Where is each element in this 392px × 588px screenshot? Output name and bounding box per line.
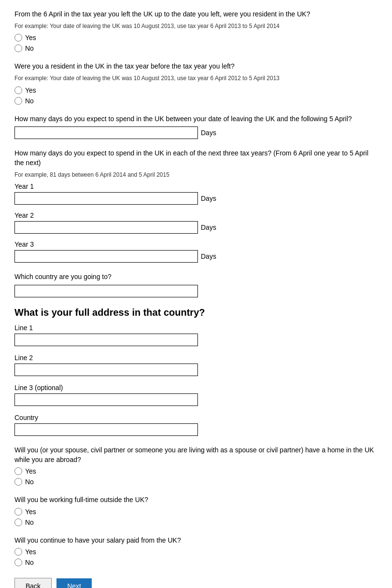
- year2-days-label: Days: [201, 224, 216, 231]
- full-address-heading: What is your full address in that countr…: [14, 307, 378, 318]
- question7-text: Will you be working full-time outside th…: [14, 495, 378, 505]
- year1-label: Year 1: [14, 182, 378, 190]
- line3-input[interactable]: [14, 393, 198, 406]
- year1-days-label: Days: [201, 195, 216, 202]
- question4-section: How many days do you expect to spend in …: [14, 149, 378, 263]
- question5-text: Which country are you going to?: [14, 272, 378, 282]
- question7-no-text: No: [25, 518, 34, 526]
- year3-days-input[interactable]: [14, 250, 198, 263]
- question1-radio-group: Yes No: [14, 34, 378, 52]
- year3-label: Year 3: [14, 240, 378, 248]
- address-line3-group: Line 3 (optional): [14, 384, 378, 406]
- button-row: Back Next: [14, 578, 378, 588]
- year1-input-row: Days: [14, 192, 378, 205]
- question1-section: From the 6 April in the tax year you lef…: [14, 10, 378, 52]
- question6-text: Will you (or your spouse, civil partner …: [14, 446, 378, 464]
- question1-yes-radio[interactable]: [14, 34, 22, 42]
- question2-yes-text: Yes: [25, 86, 36, 94]
- question6-section: Will you (or your spouse, civil partner …: [14, 446, 378, 486]
- question2-yes-radio[interactable]: [14, 86, 22, 94]
- line1-label: Line 1: [14, 324, 378, 332]
- question8-text: Will you continue to have your salary pa…: [14, 536, 378, 546]
- question1-no-text: No: [25, 44, 34, 52]
- question8-no-label[interactable]: No: [14, 559, 378, 566]
- full-address-section: What is your full address in that countr…: [14, 307, 378, 436]
- question1-yes-label[interactable]: Yes: [14, 34, 378, 42]
- question6-yes-radio[interactable]: [14, 467, 22, 475]
- question4-text: How many days do you expect to spend in …: [14, 149, 378, 168]
- question2-text: Were you a resident in the UK in the tax…: [14, 62, 378, 71]
- question1-yes-text: Yes: [25, 34, 36, 42]
- question7-yes-radio[interactable]: [14, 508, 22, 516]
- question1-no-label[interactable]: No: [14, 44, 378, 52]
- back-button[interactable]: Back: [14, 578, 52, 588]
- question2-radio-group: Yes No: [14, 86, 378, 105]
- question3-days-input[interactable]: [14, 126, 198, 139]
- question3-text: How many days do you expect to spend in …: [14, 114, 378, 124]
- question8-radio-group: Yes No: [14, 548, 378, 566]
- line2-label: Line 2: [14, 354, 378, 362]
- question8-no-radio[interactable]: [14, 559, 22, 566]
- question1-example: For example: Your date of leaving the UK…: [14, 22, 378, 30]
- question6-yes-label[interactable]: Yes: [14, 467, 378, 475]
- question8-yes-text: Yes: [25, 548, 36, 556]
- question2-no-radio[interactable]: [14, 97, 22, 105]
- country-going-input[interactable]: [14, 285, 198, 297]
- question6-no-radio[interactable]: [14, 478, 22, 486]
- question7-yes-label[interactable]: Yes: [14, 508, 378, 516]
- question7-radio-group: Yes No: [14, 508, 378, 526]
- country-input[interactable]: [14, 423, 198, 436]
- question2-section: Were you a resident in the UK in the tax…: [14, 62, 378, 104]
- question6-radio-group: Yes No: [14, 467, 378, 486]
- question7-section: Will you be working full-time outside th…: [14, 495, 378, 526]
- address-line1-group: Line 1: [14, 324, 378, 346]
- year2-label: Year 2: [14, 211, 378, 219]
- year3-input-row: Days: [14, 250, 378, 263]
- question6-yes-text: Yes: [25, 467, 36, 475]
- question6-no-text: No: [25, 478, 34, 486]
- question8-section: Will you continue to have your salary pa…: [14, 536, 378, 567]
- question1-text: From the 6 April in the tax year you lef…: [14, 10, 378, 19]
- next-button[interactable]: Next: [56, 578, 92, 588]
- address-country-group: Country: [14, 414, 378, 436]
- question3-days-label: Days: [201, 129, 216, 137]
- year1-days-input[interactable]: [14, 192, 198, 205]
- question7-no-label[interactable]: No: [14, 518, 378, 526]
- country-label: Country: [14, 414, 378, 421]
- year3-days-label: Days: [201, 252, 216, 260]
- question3-section: How many days do you expect to spend in …: [14, 114, 378, 140]
- line2-input[interactable]: [14, 364, 198, 376]
- question2-no-text: No: [25, 97, 34, 105]
- line3-label: Line 3 (optional): [14, 384, 378, 392]
- question7-yes-text: Yes: [25, 508, 36, 516]
- question8-no-text: No: [25, 559, 34, 566]
- question3-input-row: Days: [14, 126, 378, 139]
- question8-yes-label[interactable]: Yes: [14, 548, 378, 556]
- question2-no-label[interactable]: No: [14, 97, 378, 105]
- line1-input[interactable]: [14, 334, 198, 346]
- question4-example: For example, 81 days between 6 April 201…: [14, 171, 378, 179]
- question1-no-radio[interactable]: [14, 44, 22, 52]
- question7-no-radio[interactable]: [14, 518, 22, 526]
- question2-yes-label[interactable]: Yes: [14, 86, 378, 94]
- address-line2-group: Line 2: [14, 354, 378, 376]
- question2-example: For example: Your date of leaving the UK…: [14, 74, 378, 83]
- year2-days-input[interactable]: [14, 221, 198, 234]
- question8-yes-radio[interactable]: [14, 548, 22, 556]
- year2-input-row: Days: [14, 221, 378, 234]
- question5-section: Which country are you going to?: [14, 272, 378, 297]
- question6-no-label[interactable]: No: [14, 478, 378, 486]
